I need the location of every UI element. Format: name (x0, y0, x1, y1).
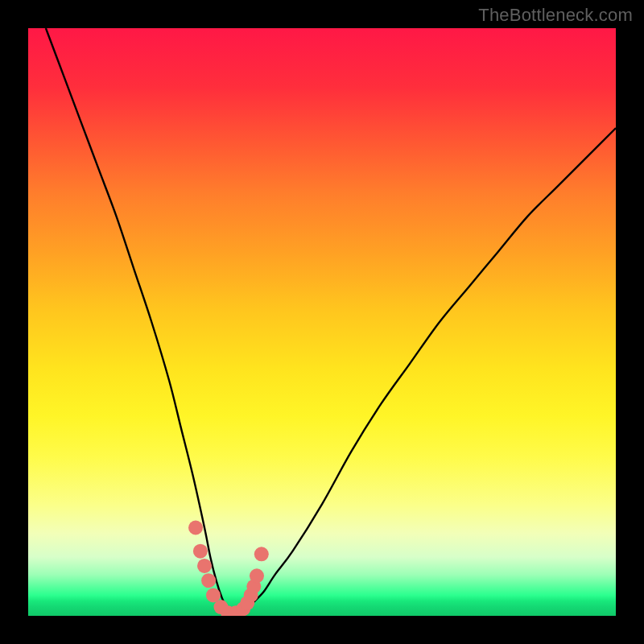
watermark-text: TheBottleneck.com (478, 5, 633, 26)
highlight-dot (188, 521, 203, 535)
highlight-dot (250, 568, 264, 583)
plot-area (28, 28, 616, 616)
chart-stage: TheBottleneck.com (0, 0, 644, 644)
highlight-dot (254, 547, 269, 561)
highlight-dot (201, 573, 216, 588)
highlight-dots (28, 28, 616, 616)
highlight-dot (193, 544, 208, 559)
highlight-dot (197, 559, 212, 573)
